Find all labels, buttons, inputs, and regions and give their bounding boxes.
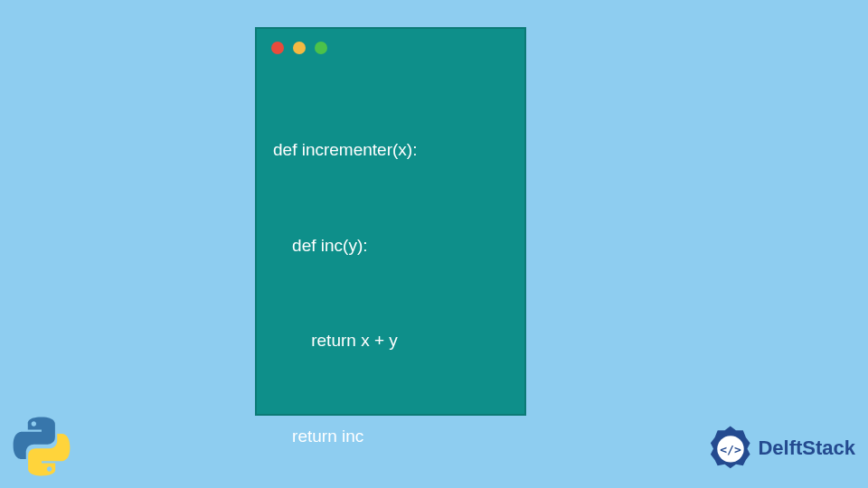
python-logo-icon [11, 416, 72, 477]
code-content: def incrementer(x): def inc(y): return x… [257, 61, 524, 488]
svg-text:</>: </> [721, 443, 742, 456]
code-line: def incrementer(x): [273, 134, 508, 165]
maximize-icon [315, 42, 327, 54]
close-icon [271, 42, 284, 54]
traffic-lights [257, 29, 524, 61]
delftstack-logo: </> DelftStack [707, 425, 855, 472]
code-line: return x + y [273, 324, 508, 356]
code-window: def incrementer(x): def inc(y): return x… [255, 27, 526, 416]
delftstack-emblem-icon: </> [707, 425, 754, 472]
delftstack-label: DelftStack [758, 436, 855, 460]
minimize-icon [293, 42, 306, 54]
code-line: return inc [273, 420, 508, 452]
code-line: def inc(y): [273, 230, 508, 261]
